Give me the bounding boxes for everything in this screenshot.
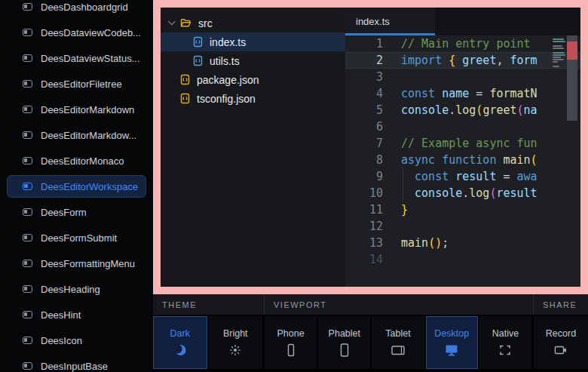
sidebar-item-label: DeesIcon <box>41 335 82 346</box>
toolbar-section-share: SHARERecord <box>534 294 588 372</box>
sidebar-item-deesformsubmit[interactable]: DeesFormSubmit <box>0 225 153 251</box>
record-button[interactable]: Record <box>534 316 588 369</box>
sidebar-item-label: DeesEditorFiletree <box>41 78 122 90</box>
code-text: main(); <box>401 235 449 251</box>
tab-index-ts[interactable]: index.ts <box>345 8 435 35</box>
section-header-theme: THEME <box>153 294 265 315</box>
code-editor: index.ts 1// Main entry point2import { g… <box>345 8 580 287</box>
sidebar-item-deesformattingmenu[interactable]: DeesFormattingMenu <box>0 251 153 276</box>
json-file-icon <box>180 74 190 85</box>
code-line-6: 6 <box>345 118 580 135</box>
scrollbar-track[interactable] <box>567 35 577 121</box>
code-text: console.log(greet(na <box>401 102 537 118</box>
sidebar-item-deesicon[interactable]: DeesIcon <box>0 327 153 353</box>
file-name: package.json <box>197 74 259 86</box>
tablet-icon <box>390 343 406 357</box>
code-line-12: 12 <box>345 218 580 235</box>
sidebar-item-label: DeesDashboardgrid <box>41 2 128 13</box>
code-line-7: 7// Example async fun <box>345 135 580 152</box>
line-number: 2 <box>345 52 383 69</box>
component-window-icon <box>23 80 32 88</box>
component-window-icon <box>23 157 32 164</box>
code-text: import { greet, form <box>401 52 537 69</box>
sidebar-item-deesform[interactable]: DeesForm <box>0 199 153 225</box>
sidebar-item-deesdataviewstatus[interactable]: DeesDataviewStatus... <box>0 45 153 71</box>
tree-folder-src[interactable]: src <box>161 14 345 32</box>
component-window-icon <box>23 106 32 113</box>
tree-file-tsconfig.json[interactable]: tsconfig.json <box>161 89 345 108</box>
code-line-1: 1// Main entry point <box>345 35 580 52</box>
minimap[interactable] <box>553 38 566 68</box>
sidebar-item-label: DeesFormattingMenu <box>41 258 135 269</box>
sidebar-item-deesinputbase[interactable]: DeesInputBase <box>0 353 153 372</box>
code-text: } <box>401 201 408 218</box>
component-window-icon <box>23 234 32 241</box>
file-name: utils.ts <box>210 55 240 67</box>
phablet-button[interactable]: Phablet <box>318 316 370 369</box>
app-window: DeesDashboardgridDeesDataviewCodeb...Dee… <box>0 0 588 372</box>
minimap-line <box>553 66 559 67</box>
sidebar-item-deeseditormonaco[interactable]: DeesEditorMonaco <box>0 148 153 174</box>
component-window-icon <box>23 285 32 293</box>
chevron-down-icon <box>168 17 176 25</box>
sun-icon <box>228 343 243 357</box>
sidebar-item-deesdashboardgrid[interactable]: DeesDashboardgrid <box>0 0 153 20</box>
tree-file-utils.ts[interactable]: utils.ts <box>161 51 345 70</box>
toolbar-section-viewport: VIEWPORTPhonePhabletTabletDesktopNative <box>265 294 534 372</box>
sidebar-item-deeshint[interactable]: DeesHint <box>0 302 153 327</box>
sidebar-item-label: DeesEditorMarkdow... <box>41 130 136 141</box>
component-window-icon <box>23 54 32 62</box>
line-number: 5 <box>345 102 383 118</box>
code-text: // Main entry point <box>401 35 531 52</box>
component-sidebar: DeesDashboardgridDeesDataviewCodeb...Dee… <box>0 0 153 372</box>
sidebar-item-label: DeesEditorWorkspace <box>41 181 138 192</box>
code-text: // Example async fun <box>401 135 537 152</box>
sidebar-item-label: DeesForm <box>41 207 87 218</box>
sidebar-item-label: DeesDataviewCodeb... <box>41 27 141 38</box>
sidebar-item-deeseditorfiletree[interactable]: DeesEditorFiletree <box>0 71 153 97</box>
sidebar-item-label: DeesHint <box>41 309 81 321</box>
tablet-button[interactable]: Tablet <box>372 316 424 369</box>
minimap-line <box>553 38 564 40</box>
code-line-9: 9 const result = awa <box>345 168 580 185</box>
dark-button[interactable]: Dark <box>153 316 207 369</box>
component-list: DeesDashboardgridDeesDataviewCodeb...Dee… <box>0 0 153 372</box>
file-name: index.ts <box>210 36 246 48</box>
bright-button[interactable]: Bright <box>209 316 263 369</box>
section-header-share: SHARE <box>534 294 588 315</box>
component-window-icon <box>23 260 32 267</box>
minimap-line <box>553 41 565 42</box>
toolbar-section-theme: THEMEDarkBright <box>153 294 265 372</box>
line-number: 1 <box>345 35 383 52</box>
sidebar-item-label: DeesInputBase <box>41 361 108 372</box>
minimap-line <box>553 59 564 60</box>
line-number: 14 <box>345 251 383 268</box>
sidebar-item-deesheading[interactable]: DeesHeading <box>0 276 153 302</box>
code-line-10: 10 console.log(result <box>345 185 580 201</box>
button-label: Phone <box>277 328 305 339</box>
tree-file-index.ts[interactable]: index.ts <box>161 32 345 51</box>
sidebar-item-deeseditorworkspace[interactable]: DeesEditorWorkspace <box>0 174 153 199</box>
component-window-icon <box>23 311 32 318</box>
component-window-icon <box>23 183 32 190</box>
demo-frame: src index.ts utils.ts package.json tscon… <box>153 0 588 294</box>
line-number: 12 <box>345 218 383 235</box>
line-number: 7 <box>345 135 383 152</box>
line-number: 9 <box>345 168 383 185</box>
sidebar-item-deesdataviewcodeb[interactable]: DeesDataviewCodeb... <box>0 20 153 45</box>
minimap-line <box>553 57 561 58</box>
code-area[interactable]: 1// Main entry point2import { greet, for… <box>345 35 580 287</box>
phone-button[interactable]: Phone <box>265 316 317 369</box>
line-number: 13 <box>345 235 383 251</box>
sidebar-item-deeseditormarkdow[interactable]: DeesEditorMarkdow... <box>0 122 153 148</box>
code-text: console.log(result <box>401 185 537 201</box>
sidebar-item-deeseditormarkdown[interactable]: DeesEditorMarkdown <box>0 97 153 122</box>
desktop-icon <box>444 343 459 357</box>
section-header-viewport: VIEWPORT <box>265 294 534 315</box>
minimap-line <box>553 45 562 47</box>
tree-file-package.json[interactable]: package.json <box>161 70 345 89</box>
sidebar-item-label: DeesHeading <box>41 284 100 295</box>
code-line-4: 4const name = formatN <box>345 85 580 102</box>
desktop-button[interactable]: Desktop <box>426 316 478 369</box>
native-button[interactable]: Native <box>479 316 531 369</box>
